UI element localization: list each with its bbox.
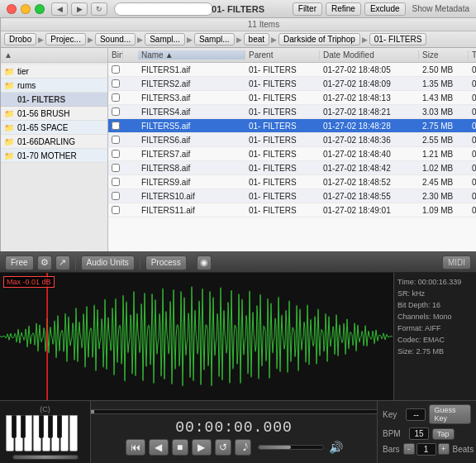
metronome-button[interactable]: 𝅘𝅥𝅮 [235, 439, 251, 456]
play-back-button[interactable]: ◀ [149, 439, 169, 456]
title-bar: ◀ ▶ ↻ 01- FILTERS Filter Refine Exclude … [0, 0, 476, 18]
loop-button[interactable]: ↺ [215, 439, 231, 456]
stop-button[interactable]: ■ [172, 439, 188, 456]
reload-button[interactable]: ↻ [91, 2, 107, 16]
white-key[interactable] [69, 415, 78, 451]
folder-row-filters[interactable]: 01- FILTERS [1, 93, 107, 107]
black-key[interactable] [48, 415, 53, 438]
file-row-5[interactable]: FILTERS5.aif 01- FILTERS 01-27-02 18:48:… [108, 119, 476, 133]
minimize-button[interactable] [21, 4, 31, 14]
bars-increase[interactable]: + [438, 443, 450, 455]
file-row-9[interactable]: FILTERS9.aif 01- FILTERS 01-27-02 18:48:… [108, 175, 476, 189]
folder-row-6[interactable]: 📁 01-70 MOTHER [1, 149, 107, 163]
name-cell: FILTERS1.aif [138, 65, 245, 74]
folder-row-2[interactable]: 📁 rums [1, 79, 107, 93]
pitch-slider[interactable] [12, 455, 79, 460]
folder-row-4[interactable]: 📁 01-65 SPACE [1, 121, 107, 135]
folder-row-5[interactable]: 📁 01-66DARLING [1, 135, 107, 149]
breadcrumb-arrow-4: ▶ [187, 36, 193, 44]
export-icon[interactable]: ↗ [55, 255, 70, 270]
transport-buttons: ⏮ ◀ ■ ▶ ↺ 𝅘𝅥𝅮 🔊 [126, 439, 343, 456]
col-header-bin[interactable]: Bin [108, 50, 123, 60]
circle-button[interactable]: ◉ [197, 255, 212, 270]
info-codec: Codec: EMAC [397, 334, 473, 346]
file-row-1[interactable]: FILTERS1.aif 01- FILTERS 01-27-02 18:48:… [108, 63, 476, 77]
piano-keys [6, 415, 85, 451]
folder-name-2: rums [17, 81, 36, 90]
folder-icon-3: 📁 [4, 109, 14, 118]
tap-button[interactable]: Tap [432, 428, 455, 440]
col-name-label: Name [141, 50, 164, 60]
breadcrumb-sample2[interactable]: Sampl... [194, 33, 235, 45]
col-header-parent[interactable]: Parent [245, 50, 320, 60]
close-button[interactable] [7, 4, 17, 14]
breadcrumb-sound[interactable]: Sound... [95, 33, 136, 45]
settings-icon[interactable]: ⚙ [37, 255, 52, 270]
parent-cell: 01- FILTERS [245, 122, 320, 131]
black-key[interactable] [57, 415, 62, 438]
filter-button[interactable]: Filter [293, 2, 322, 16]
file-row-3[interactable]: FILTERS3.aif 01- FILTERS 01-27-02 18:48:… [108, 91, 476, 105]
play-button[interactable]: ▶ [192, 439, 212, 456]
process-button[interactable]: Process [145, 255, 187, 270]
file-row-8[interactable]: FILTERS8.aif 01- FILTERS 01-27-02 18:48:… [108, 161, 476, 175]
refine-button[interactable]: Refine [326, 2, 361, 16]
free-button[interactable]: Free [5, 255, 34, 270]
black-key[interactable] [21, 415, 26, 438]
info-format: Format: AIFF [397, 322, 473, 334]
file-row-6[interactable]: FILTERS6.aif 01- FILTERS 01-27-02 18:48:… [108, 133, 476, 147]
max-level-label: Max -0.01 dB [3, 276, 55, 288]
breadcrumb-bar: Drobo ▶ Projec... ▶ Sound... ▶ Sampl... … [1, 31, 476, 48]
breadcrumb-drobo[interactable]: Drobo [4, 33, 36, 45]
bin-cell [108, 150, 123, 158]
time-cell: 00:00:07.998 [469, 79, 476, 88]
goto-start-button[interactable]: ⏮ [126, 439, 145, 456]
audio-units-button[interactable]: Audio Units [81, 255, 135, 270]
breadcrumb-sample1[interactable]: Sampl... [145, 33, 185, 45]
bin-cell [108, 122, 123, 130]
waveform-canvas[interactable]: Max -0.01 dB [0, 273, 393, 400]
bpm-value[interactable]: 15 [409, 427, 429, 440]
file-row-4[interactable]: FILTERS4.aif 01- FILTERS 01-27-02 18:48:… [108, 105, 476, 119]
guess-key-button[interactable]: Guess Key [429, 404, 471, 424]
bars-decrease[interactable]: - [403, 443, 415, 455]
bin-cell [108, 107, 123, 116]
file-row-7[interactable]: FILTERS7.aif 01- FILTERS 01-27-02 18:48:… [108, 147, 476, 161]
folder-name-6: 01-70 MOTHER [17, 151, 77, 160]
date-cell: 01-27-02 18:48:42 [320, 164, 419, 173]
volume-slider[interactable] [258, 445, 324, 450]
name-cell: FILTERS8.aif [138, 164, 245, 173]
maximize-button[interactable] [35, 4, 45, 14]
show-metadata[interactable]: Show Metadata [412, 4, 470, 13]
file-row-11[interactable]: FILTERS11.aif 01- FILTERS 01-27-02 18:49… [108, 203, 476, 217]
black-key[interactable] [12, 415, 17, 438]
bars-value: 1 [416, 443, 436, 456]
file-row-10[interactable]: FILTERS10.aif 01- FILTERS 01-27-02 18:48… [108, 189, 476, 203]
breadcrumb-arrow-3: ▶ [137, 36, 143, 44]
parent-cell: 01- FILTERS [245, 150, 320, 159]
size-cell: 2.30 MB [419, 192, 469, 201]
waveform-toolbar: Free ⚙ ↗ Audio Units Process ◉ MIDI [0, 253, 476, 273]
search-input[interactable] [114, 2, 213, 16]
info-channels: Channels: Mono [397, 311, 473, 322]
breadcrumb-arrow-7: ▶ [362, 36, 368, 44]
size-cell: 1.43 MB [419, 93, 469, 103]
back-button[interactable]: ◀ [51, 2, 68, 16]
breadcrumb-darkside[interactable]: Darkside of Triphop [278, 33, 360, 45]
col-header-size[interactable]: Size [419, 50, 469, 60]
exclude-button[interactable]: Exclude [364, 2, 406, 16]
folder-row-1[interactable]: 📁 tier [1, 64, 107, 79]
breadcrumb-beat[interactable]: beat [244, 33, 269, 45]
col-header-time[interactable]: Time [469, 50, 476, 60]
key-value[interactable]: -- [406, 408, 426, 421]
col-header-name[interactable]: Name▲ [138, 50, 245, 60]
position-bar[interactable] [91, 409, 377, 414]
breadcrumb-project[interactable]: Projec... [45, 33, 86, 45]
bpm-label: BPM [383, 429, 406, 438]
breadcrumb-filters[interactable]: 01- FILTERS [369, 33, 427, 45]
folder-row-3[interactable]: 📁 01-56 BRUSH [1, 107, 107, 121]
col-header-date[interactable]: Date Modified [320, 50, 419, 60]
forward-button[interactable]: ▶ [71, 2, 88, 16]
file-row-2[interactable]: FILTERS2.aif 01- FILTERS 01-27-02 18:48:… [108, 77, 476, 91]
black-key[interactable] [39, 415, 44, 438]
